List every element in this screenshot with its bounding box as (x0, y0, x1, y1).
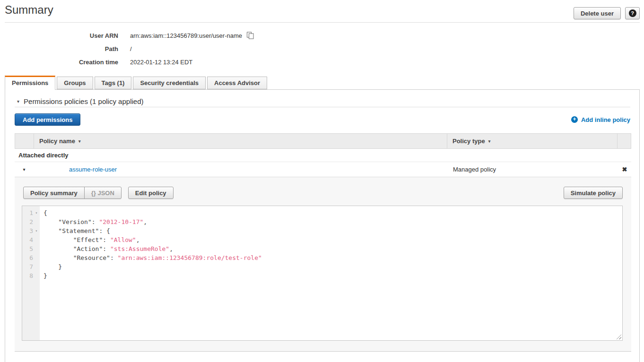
creation-time-value: 2022-01-12 13:24 EDT (130, 59, 192, 66)
permissions-tab-panel: ▾ Permissions policies (1 policy applied… (5, 89, 640, 362)
action-row: Add permissions + Add inline policy (5, 107, 639, 133)
editor-code: { "Version": "2012-10-17", "Statement": … (40, 206, 622, 340)
fold-caret-slot (33, 217, 40, 226)
header-actions: Delete user ? (574, 7, 640, 19)
question-icon: ? (629, 9, 636, 17)
editor-code-line: "Action": "sts:AssumeRole", (44, 244, 622, 253)
user-details: User ARN arn:aws:iam::123456789:user/use… (0, 23, 644, 75)
remove-column-header (618, 134, 631, 148)
tab-security-credentials[interactable]: Security credentials (133, 77, 206, 89)
editor-code-line: { (44, 208, 622, 217)
collapse-caret-icon[interactable]: ▾ (17, 99, 19, 104)
policy-summary-button[interactable]: Policy summary (23, 187, 85, 199)
policy-detail-panel: Policy summary {} JSON Edit policy Simul… (15, 177, 631, 352)
edit-policy-button[interactable]: Edit policy (128, 187, 174, 199)
sort-caret-icon: ▾ (488, 139, 491, 144)
policy-type-header-label: Policy type (453, 138, 485, 145)
fold-caret-icon[interactable]: ▾ (33, 208, 40, 217)
editor-line-number: 6 (22, 253, 40, 262)
creation-time-label: Creation time (0, 59, 118, 66)
policy-table-row: ▾ assume-role-user Managed policy ✖ (15, 162, 631, 177)
fold-caret-slot (33, 262, 40, 271)
editor-gutter: 1▾23▾45678 (22, 206, 40, 340)
plus-circle-icon: + (571, 116, 578, 123)
json-view-button[interactable]: {} JSON (84, 187, 122, 199)
path-label: Path (0, 45, 118, 52)
permissions-policies-section-header: ▾ Permissions policies (1 policy applied… (5, 90, 639, 107)
editor-code-line: } (44, 271, 622, 280)
editor-code-line: "Resource": "arn:aws:iam::123456789:role… (44, 253, 622, 262)
policy-type-column-header[interactable]: Policy type ▾ (447, 134, 618, 148)
delete-user-button[interactable]: Delete user (574, 7, 621, 19)
policy-name-header-label: Policy name (39, 138, 75, 145)
sort-caret-icon: ▾ (78, 139, 81, 144)
detail-row-creation-time: Creation time 2022-01-12 13:24 EDT (0, 55, 644, 69)
add-inline-policy-link[interactable]: + Add inline policy (571, 116, 630, 123)
simulate-policy-button[interactable]: Simulate policy (564, 187, 623, 199)
user-arn-label: User ARN (0, 32, 118, 39)
attached-directly-group-row: Attached directly (15, 149, 631, 162)
editor-line-number: 7 (22, 262, 40, 271)
tab-access-advisor[interactable]: Access Advisor (207, 77, 267, 89)
policy-type-value: Managed policy (448, 166, 618, 173)
policy-detail-buttons: Policy summary {} JSON Edit policy Simul… (23, 187, 623, 199)
fold-caret-icon[interactable]: ▾ (33, 226, 40, 235)
page-title: Summary (5, 3, 53, 17)
add-permissions-button[interactable]: Add permissions (15, 113, 80, 126)
editor-code-line: "Effect": "Allow", (44, 235, 622, 244)
fold-caret-slot (33, 244, 40, 253)
policy-name-link[interactable]: assume-role-user (69, 166, 117, 173)
fold-caret-slot (33, 235, 40, 244)
copy-icon[interactable] (246, 32, 254, 39)
tab-bar: Permissions Groups Tags (1) Security cre… (5, 75, 644, 89)
help-button[interactable]: ? (625, 7, 640, 19)
user-arn-value: arn:aws:iam::123456789:user/user-name (130, 32, 242, 39)
editor-code-line: } (44, 262, 622, 271)
policy-name-column-header[interactable]: Policy name ▾ (34, 134, 447, 148)
editor-line-number: 1▾ (22, 208, 40, 217)
policy-table: Policy name ▾ Policy type ▾ Attached dir… (15, 133, 631, 352)
fold-caret-slot (33, 253, 40, 262)
attached-directly-label: Attached directly (18, 152, 68, 159)
path-value: / (130, 45, 132, 52)
tab-groups[interactable]: Groups (57, 77, 93, 89)
fold-caret-slot (33, 271, 40, 280)
editor-line-number: 4 (22, 235, 40, 244)
editor-line-number: 3▾ (22, 226, 40, 235)
tab-permissions[interactable]: Permissions (5, 76, 55, 90)
remove-policy-icon[interactable]: ✖ (618, 166, 631, 173)
add-inline-policy-label: Add inline policy (581, 116, 630, 123)
detail-row-user-arn: User ARN arn:aws:iam::123456789:user/use… (0, 29, 644, 42)
tab-tags[interactable]: Tags (1) (95, 77, 132, 89)
json-policy-editor[interactable]: 1▾23▾45678 { "Version": "2012-10-17", "S… (22, 206, 623, 341)
policy-table-header: Policy name ▾ Policy type ▾ (15, 133, 631, 149)
editor-code-line: "Version": "2012-10-17", (44, 217, 622, 226)
detail-row-path: Path / (0, 42, 644, 55)
editor-line-number: 8 (22, 271, 40, 280)
editor-code-line: "Statement": { (44, 226, 622, 235)
editor-line-number: 5 (22, 244, 40, 253)
editor-line-number: 2 (22, 217, 40, 226)
expand-column-header (15, 134, 34, 148)
permissions-policies-title: Permissions policies (1 policy applied) (24, 97, 143, 105)
row-expand-caret-icon[interactable]: ▾ (15, 167, 34, 172)
page-header: Summary Delete user ? (5, 0, 640, 23)
